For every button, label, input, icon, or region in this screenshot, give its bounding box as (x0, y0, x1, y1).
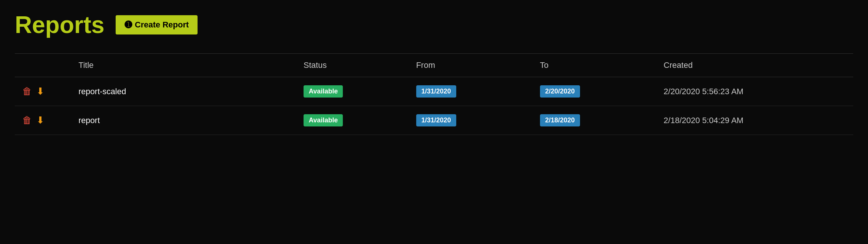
delete-icon[interactable]: 🗑 (22, 86, 32, 97)
report-name: report (79, 116, 100, 125)
download-icon[interactable]: ⬇ (36, 115, 44, 126)
plus-icon: ➊ (125, 20, 132, 30)
page-container: Reports ➊ Create Report Title Status Fro… (0, 0, 868, 146)
status-badge: Available (304, 85, 343, 98)
created-text: 2/18/2020 5:04:29 AM (664, 116, 743, 125)
row-2-title-cell: report (71, 106, 296, 135)
row-1-title-cell: report-scaled (71, 77, 296, 106)
row-2-status-cell: Available (296, 106, 409, 135)
reports-table: Title Status From To Created (15, 53, 853, 135)
delete-icon[interactable]: 🗑 (22, 115, 32, 126)
row-1-actions-cell: 🗑 ⬇ (15, 77, 71, 106)
row-2-from-cell: 1/31/2020 (409, 106, 533, 135)
created-text: 2/20/2020 5:56:23 AM (664, 87, 743, 96)
page-title: Reports (15, 11, 105, 39)
row-2-created-cell: 2/18/2020 5:04:29 AM (656, 106, 853, 135)
row-1-created-cell: 2/20/2020 5:56:23 AM (656, 77, 853, 106)
table-row: 🗑 ⬇ report Available 1/31/2020 2/18/2020 (15, 106, 853, 135)
row-1-to-cell: 2/20/2020 (533, 77, 656, 106)
table-body: 🗑 ⬇ report-scaled Available 1/31/2020 2/… (15, 77, 853, 135)
col-header-from: From (409, 54, 533, 77)
col-header-status: Status (296, 54, 409, 77)
row-1-from-cell: 1/31/2020 (409, 77, 533, 106)
row-2-actions-cell: 🗑 ⬇ (15, 106, 71, 135)
row-1-status-cell: Available (296, 77, 409, 106)
from-date-badge: 1/31/2020 (416, 114, 456, 126)
create-report-label: Create Report (135, 20, 189, 30)
status-badge: Available (304, 114, 343, 126)
create-report-button[interactable]: ➊ Create Report (116, 15, 198, 34)
to-date-badge: 2/18/2020 (540, 114, 580, 126)
row-2-to-cell: 2/18/2020 (533, 106, 656, 135)
col-header-created: Created (656, 54, 853, 77)
col-header-title: Title (71, 54, 296, 77)
from-date-badge: 1/31/2020 (416, 85, 456, 98)
report-name: report-scaled (79, 87, 126, 96)
to-date-badge: 2/20/2020 (540, 85, 580, 98)
col-header-to: To (533, 54, 656, 77)
table-row: 🗑 ⬇ report-scaled Available 1/31/2020 2/… (15, 77, 853, 106)
page-header: Reports ➊ Create Report (15, 11, 853, 39)
download-icon[interactable]: ⬇ (36, 86, 44, 97)
table-header: Title Status From To Created (15, 54, 853, 77)
col-header-actions (15, 54, 71, 77)
